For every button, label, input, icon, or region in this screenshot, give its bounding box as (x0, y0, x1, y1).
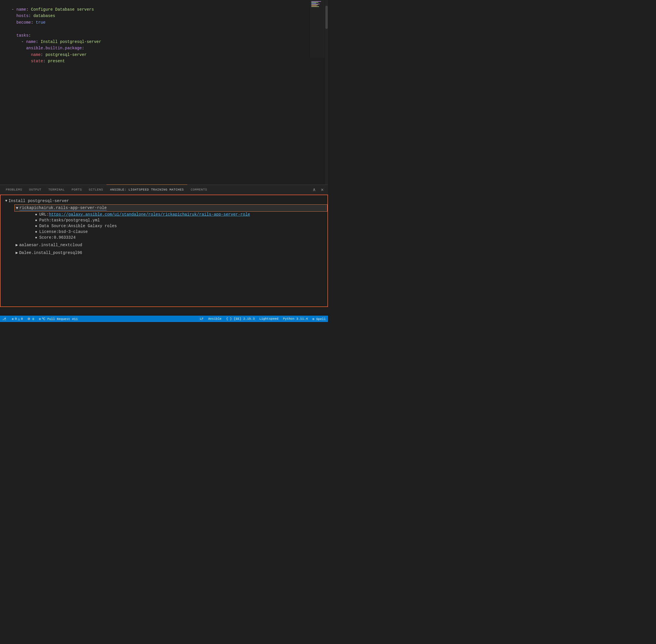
sub-item-rickapichairuk[interactable]: ▼ rickapichairuk.rails-app-server-role (15, 204, 327, 212)
code-line-2: hosts: databases (6, 13, 328, 19)
bullet-license: ■ (35, 230, 37, 233)
sub-item-2-label: aalaesar.install_nextcloud (19, 243, 82, 247)
status-pull-request[interactable]: ⚙ ℃ Pull Request #11 (39, 317, 78, 321)
tab-comments[interactable]: COMMENTS (187, 185, 211, 195)
editor-empty-space (0, 67, 328, 154)
code-line-6: - name: Install postgresql-server (6, 39, 328, 45)
tree-root-label: Install postgresql-server (8, 199, 69, 203)
error-icon: ⊗ (12, 317, 14, 321)
detail-datasource-value: Ansible Galaxy roles (68, 224, 117, 228)
bullet-score: ■ (35, 236, 37, 239)
tab-ports[interactable]: PORTS (68, 185, 85, 195)
branch-icon: ⎇ (2, 317, 6, 321)
bullet-url: ■ (35, 213, 37, 216)
panel-content: ▼ Install postgresql-server ▼ rickapicha… (0, 194, 328, 307)
tree-root-install-postgresql[interactable]: ▼ Install postgresql-server (1, 198, 327, 204)
status-spell[interactable]: ⚙ Spell (312, 317, 326, 321)
code-line-8: name: postgresql-server (6, 52, 328, 58)
tree-toggle-root: ▼ (5, 199, 7, 203)
status-ansible[interactable]: Ansible (208, 317, 222, 321)
code-line-7: ansible.builtin.package: (6, 45, 328, 51)
status-branch[interactable]: ⎇ (2, 317, 7, 321)
tab-lightspeed[interactable]: ANSIBLE: LIGHTSPEED TRAINING MATCHES (106, 184, 187, 194)
status-ee[interactable]: { } [EE] 2.15.3 (226, 317, 255, 321)
detail-score-row: ■ Score: 0.9633324 (29, 235, 327, 240)
code-line-4 (6, 26, 328, 32)
git-icon: ⚙ (39, 317, 41, 321)
tab-gitlens[interactable]: GITLENS (85, 185, 107, 195)
status-bar-right: LF Ansible { } [EE] 2.15.3 Lightspeed Py… (200, 317, 326, 321)
sub-item-dalee[interactable]: ▶ Dalee.install_postgresql96 (15, 249, 327, 256)
detail-score-value: 0.9633324 (54, 235, 75, 240)
code-line-9: state: present (6, 58, 328, 64)
sub-item-aalaesar[interactable]: ▶ aalaesar.install_nextcloud (15, 242, 327, 248)
detail-license-row: ■ License: bsd-3-clause (29, 229, 327, 235)
minimap (310, 0, 325, 58)
code-content: - name: Configure Database servers hosts… (0, 3, 328, 67)
warning-icon: △ (18, 317, 20, 321)
bullet-datasource: ■ (35, 225, 37, 228)
editor-scrollbar[interactable] (325, 0, 328, 184)
status-errors[interactable]: ⊗ 0 △ 0 (12, 317, 23, 321)
sub-item-1-label: rickapichairuk.rails-app-server-role (19, 206, 106, 210)
sub-item-rickapichairuk-container: ▼ rickapichairuk.rails-app-server-role ■… (1, 204, 327, 240)
code-line-1: - name: Configure Database servers (6, 6, 328, 13)
sub-item-3-toggle: ▶ (16, 250, 18, 255)
tab-output[interactable]: OUTPUT (26, 185, 45, 195)
editor-area: - name: Configure Database servers hosts… (0, 0, 328, 184)
status-lf[interactable]: LF (200, 317, 203, 321)
detail-path-row: ■ Path: tasks/postgresql.yml (29, 217, 327, 223)
details-container: ■ URL: https://galaxy.ansible.com/ui/sta… (15, 212, 327, 240)
detail-url-link[interactable]: https://galaxy.ansible.com/ui/standalone… (49, 212, 250, 217)
status-bar: ⎇ ⊗ 0 △ 0 ⑩ 0 ⚙ ℃ Pull Request #11 LF An… (0, 316, 328, 322)
detail-datasource-row: ■ Data Source: Ansible Galaxy roles (29, 223, 327, 229)
detail-url-row: ■ URL: https://galaxy.ansible.com/ui/sta… (29, 212, 327, 217)
detail-path-value: tasks/postgresql.yml (51, 218, 100, 223)
status-python[interactable]: Python 3.11.4 (283, 317, 308, 321)
status-lightspeed[interactable]: Lightspeed (259, 317, 278, 321)
sub-item-dalee-container: ▶ Dalee.install_postgresql96 (1, 248, 327, 256)
panel-tabs-bar: PROBLEMS OUTPUT TERMINAL PORTS GITLENS A… (0, 184, 328, 194)
tab-actions: ∧ ✕ (311, 186, 326, 193)
detail-license-value: bsd-3-clause (59, 229, 88, 234)
bullet-path: ■ (35, 219, 37, 222)
code-line-5: tasks: (6, 32, 328, 39)
status-radio[interactable]: ⑩ 0 (27, 317, 34, 321)
sub-item-1-toggle: ▼ (16, 206, 18, 210)
scrollbar-thumb[interactable] (325, 6, 328, 29)
code-line-3: become: true (6, 19, 328, 26)
tab-problems[interactable]: PROBLEMS (2, 185, 26, 195)
panel-close-button[interactable]: ✕ (319, 186, 326, 193)
tab-terminal[interactable]: TERMINAL (45, 185, 68, 195)
sub-item-aalaesar-container: ▶ aalaesar.install_nextcloud (1, 240, 327, 248)
sub-item-2-toggle: ▶ (16, 243, 18, 247)
sub-item-3-label: Dalee.install_postgresql96 (19, 251, 82, 255)
panel-collapse-button[interactable]: ∧ (311, 186, 318, 193)
